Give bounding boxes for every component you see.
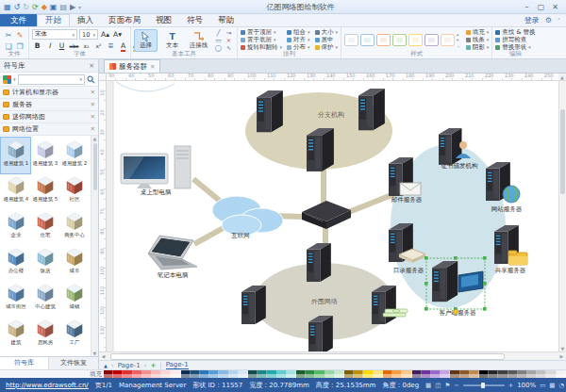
- grow-font-icon[interactable]: A▴: [100, 30, 110, 40]
- color-swatch[interactable]: [441, 370, 450, 378]
- color-swatch[interactable]: [470, 370, 479, 378]
- color-swatch[interactable]: [489, 370, 498, 378]
- server-perimeter-left[interactable]: [241, 286, 266, 324]
- color-swatch[interactable]: [383, 370, 392, 378]
- color-swatch[interactable]: [296, 370, 306, 378]
- grid-icon[interactable]: ▦: [549, 382, 555, 389]
- symbol-item[interactable]: 通用建筑 3: [30, 138, 59, 173]
- style-up-icon[interactable]: ▴: [457, 32, 460, 37]
- color-swatch[interactable]: [412, 370, 422, 378]
- symbol-item[interactable]: 居民房: [30, 317, 59, 352]
- line-button[interactable]: 线条▾: [466, 37, 490, 43]
- hscroll-thumb[interactable]: [110, 353, 505, 360]
- maximize-button[interactable]: ▢: [534, 3, 548, 11]
- color-swatch[interactable]: [229, 370, 239, 378]
- drawing-canvas[interactable]: 分支机构 外围网络: [107, 81, 558, 351]
- symbol-item[interactable]: 企业: [1, 209, 30, 245]
- desktop-node[interactable]: 桌上型电脑: [121, 146, 191, 196]
- color-swatch[interactable]: [422, 370, 431, 378]
- vscroll-up-icon[interactable]: ▲: [558, 74, 566, 81]
- symbol-item[interactable]: 住宅: [30, 209, 59, 245]
- magnifier-icon[interactable]: ◔: [558, 382, 564, 389]
- server-perimeter-top[interactable]: [307, 243, 331, 282]
- library-dropdown-icon[interactable]: ▾: [13, 76, 16, 82]
- symbol-item[interactable]: 城市: [60, 245, 90, 281]
- color-swatch[interactable]: [219, 370, 228, 378]
- fill-button[interactable]: 填充▾: [466, 29, 490, 36]
- view-normal-icon[interactable]: ▦: [425, 382, 431, 389]
- symbol-item[interactable]: 工厂: [60, 317, 90, 352]
- file-menu-button[interactable]: 文件: [0, 14, 37, 26]
- color-swatch[interactable]: [161, 370, 171, 378]
- color-swatch[interactable]: [527, 370, 537, 378]
- view-page-icon[interactable]: ◫: [435, 382, 441, 389]
- save-button[interactable]: ▣: [50, 2, 58, 12]
- ca-server-node[interactable]: 证书颁发机构: [439, 128, 478, 170]
- tab-symbols[interactable]: 符号: [179, 14, 210, 26]
- format-painter-icon[interactable]: ✎: [17, 31, 24, 40]
- section-close-icon[interactable]: ✕: [91, 113, 95, 121]
- rotation-handle[interactable]: [454, 310, 458, 315]
- login-link[interactable]: 登录: [524, 15, 540, 25]
- find-replace-button[interactable]: 查找 & 替换: [495, 29, 535, 36]
- page-prev-icon[interactable]: ‹: [111, 362, 114, 369]
- zoom-slider[interactable]: [463, 384, 505, 386]
- section-servers[interactable]: 服务器✕: [0, 99, 98, 111]
- panel-scrollbar[interactable]: ▲▼: [91, 136, 98, 356]
- panel-close-icon[interactable]: ✕: [89, 62, 94, 70]
- symbol-item[interactable]: 城镇: [60, 281, 90, 317]
- search-icon[interactable]: [87, 75, 95, 84]
- color-swatch[interactable]: [209, 370, 219, 378]
- cut-icon[interactable]: ✂: [6, 31, 12, 40]
- shrink-font-icon[interactable]: A▾: [112, 30, 123, 40]
- color-swatch[interactable]: [239, 370, 248, 378]
- server-branch-center[interactable]: [307, 128, 334, 172]
- symbol-item[interactable]: 通用建筑 4: [1, 173, 30, 209]
- center-button[interactable]: 居中: [315, 37, 339, 43]
- color-swatch[interactable]: [104, 370, 113, 378]
- panel-tab-symbols[interactable]: 符号库: [0, 357, 49, 369]
- text-tool-button[interactable]: T 文本: [160, 29, 184, 52]
- connector-tool-button[interactable]: 连接线: [187, 29, 210, 52]
- style-swatch[interactable]: [344, 34, 358, 46]
- style-swatch[interactable]: [408, 34, 423, 46]
- style-swatch[interactable]: [376, 34, 391, 46]
- color-swatch[interactable]: [546, 370, 556, 378]
- color-swatch[interactable]: [479, 370, 489, 378]
- internet-cloud[interactable]: 互联网: [212, 196, 283, 239]
- refresh-button[interactable]: ⟳: [32, 2, 39, 12]
- section-close-icon[interactable]: ✕: [91, 89, 95, 96]
- arc-tool-icon[interactable]: ↝: [226, 29, 231, 37]
- add-page-button[interactable]: +: [150, 362, 156, 369]
- section-close-icon[interactable]: ✕: [91, 101, 95, 108]
- line-tool-icon[interactable]: ╱: [217, 29, 221, 37]
- page-next-icon[interactable]: ›: [144, 362, 147, 369]
- color-swatch[interactable]: [518, 370, 527, 378]
- symbol-item[interactable]: [1, 352, 30, 356]
- color-swatch[interactable]: [258, 370, 267, 378]
- symbol-item[interactable]: [60, 352, 90, 356]
- symbol-item[interactable]: 中心建筑: [30, 281, 59, 317]
- tab-insert[interactable]: 插入: [70, 14, 101, 26]
- page-tab-active[interactable]: Page-1: [166, 361, 189, 369]
- tab-view[interactable]: 视图: [148, 14, 179, 26]
- symbol-item[interactable]: 社区: [60, 173, 90, 209]
- collapse-ribbon-icon[interactable]: ˄: [558, 17, 560, 24]
- color-swatch[interactable]: [335, 370, 344, 378]
- color-swatch[interactable]: [344, 370, 354, 378]
- tab-help[interactable]: 帮助: [210, 14, 241, 26]
- section-network-locations[interactable]: 网络位置✕: [0, 123, 98, 136]
- edrawsoft-link[interactable]: http://www.edrawsoft.cn/: [6, 382, 89, 389]
- share-server-node[interactable]: 共享服务器: [494, 225, 527, 274]
- size-button[interactable]: 大小▾: [315, 29, 339, 36]
- color-swatch[interactable]: [392, 370, 402, 378]
- color-swatch[interactable]: [248, 370, 258, 378]
- color-swatch[interactable]: [152, 370, 161, 378]
- section-mini-network[interactable]: 迷你网络图✕: [0, 111, 98, 123]
- horizontal-scrollbar[interactable]: ◀ ▶: [99, 351, 566, 360]
- color-swatch[interactable]: [354, 370, 363, 378]
- color-swatch[interactable]: [287, 370, 296, 378]
- color-swatch[interactable]: [363, 370, 373, 378]
- vertical-scrollbar[interactable]: ▼: [558, 81, 566, 351]
- color-swatch[interactable]: [171, 370, 180, 378]
